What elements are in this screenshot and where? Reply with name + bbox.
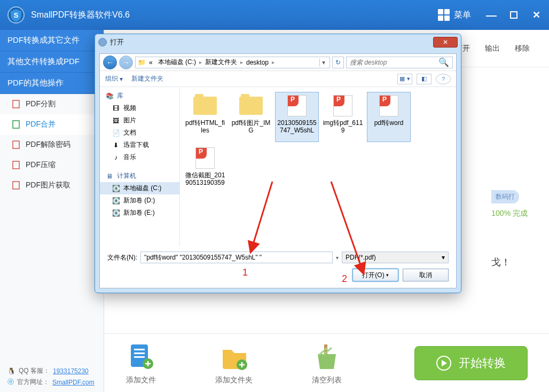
file-item[interactable]: pdf转HTML_files xyxy=(183,92,227,142)
file-name: 20130509155747_W5shL xyxy=(277,119,317,135)
svg-rect-3 xyxy=(13,100,19,108)
tree-video[interactable]: 🎞视频 xyxy=(100,102,179,114)
tree-drive-d[interactable]: 💽新加卷 (D:) xyxy=(100,194,179,207)
add-file-button[interactable]: 添加文件 xyxy=(126,341,156,385)
chevron-right-icon: ▸ xyxy=(272,59,274,65)
new-folder-button[interactable]: 新建文件夹 xyxy=(131,74,163,83)
add-file-label: 添加文件 xyxy=(126,375,156,385)
dialog-bottom: 文件名(N): ▾ PDF(*.pdf)▾ 打开(O)▾ 取消 xyxy=(100,246,456,288)
tree-library[interactable]: 📚库 xyxy=(100,90,179,102)
file-item[interactable]: 20130509155747_W5shL xyxy=(275,92,319,142)
site-link[interactable]: SmallPDF.com xyxy=(52,379,95,386)
file-item[interactable]: 微信截图_20190513190359 xyxy=(183,144,227,194)
status-area: 数码打 100% 完成 戈！ xyxy=(491,190,528,269)
sidebar-item-unlock[interactable]: PDF解除密码 xyxy=(0,135,104,155)
add-folder-button[interactable]: 添加文件夹 xyxy=(215,341,253,385)
breadcrumb-dropdown[interactable]: ▾ xyxy=(319,59,327,66)
site-label: 官方网址： xyxy=(17,378,49,387)
crumb-desktop[interactable]: desktop xyxy=(244,59,271,66)
toolbar-remove[interactable]: 移除 xyxy=(509,42,535,56)
svg-rect-2 xyxy=(511,12,517,18)
help-button[interactable]: ? xyxy=(436,74,451,84)
tree-xunlei[interactable]: ⬇迅雷下载 xyxy=(100,139,179,151)
sidebar-cat-convert-from[interactable]: 其他文件转换成PDF xyxy=(0,51,104,73)
refresh-button[interactable]: ↻ xyxy=(332,57,344,68)
menu-grid-icon xyxy=(438,9,450,21)
search-box[interactable]: 🔍 xyxy=(346,57,453,68)
dialog-title: 打开 xyxy=(110,37,433,47)
file-type-dropdown[interactable]: PDF(*.pdf)▾ xyxy=(342,252,449,263)
folder-icon xyxy=(238,95,264,117)
progress-done: 100% 完成 xyxy=(491,209,528,218)
status-chips: 数码打 xyxy=(491,190,528,203)
qq-link[interactable]: 1933175230 xyxy=(53,367,89,375)
download-icon: ⬇ xyxy=(112,142,120,149)
svg-rect-6 xyxy=(13,161,19,169)
svg-rect-4 xyxy=(13,121,19,128)
organize-button[interactable]: 组织▾ xyxy=(105,74,123,83)
qq-label: QQ 客服： xyxy=(19,366,50,375)
file-name: pdf转HTML_files xyxy=(185,119,225,135)
add-folder-label: 添加文件夹 xyxy=(215,375,253,385)
filename-label: 文件名(N): xyxy=(107,253,137,262)
chevron-down-icon: ▾ xyxy=(442,254,445,261)
dialog-open-button[interactable]: 打开(O)▾ xyxy=(352,269,398,281)
search-input[interactable] xyxy=(347,59,435,66)
tree-document[interactable]: 📄文档 xyxy=(100,127,179,139)
menu-button[interactable]: 菜单 xyxy=(434,7,475,23)
start-convert-button[interactable]: 开始转换 xyxy=(414,346,528,380)
file-open-dialog: 打开 ✕ ← → 📁 « 本地磁盘 (C:)▸ 新建文件夹▸ desktop▸ … xyxy=(95,34,461,293)
filename-dropdown[interactable]: ▾ xyxy=(336,255,339,261)
nav-back-button[interactable]: ← xyxy=(103,56,117,69)
pdf-unlock-icon xyxy=(12,140,20,150)
annotation-number-2: 2 xyxy=(342,273,347,285)
picture-icon: 🖼 xyxy=(112,117,120,124)
app-titlebar: S SmallPDF转换器软件V6.6 菜单 — ✕ xyxy=(0,0,549,30)
filename-input[interactable] xyxy=(140,252,333,263)
sidebar-item-label: PDF分割 xyxy=(26,99,56,109)
file-item[interactable]: pdf转图片_IMG xyxy=(229,92,273,142)
tree-drive-e[interactable]: 💽新加卷 (E:) xyxy=(100,207,179,219)
app-logo-icon: S xyxy=(6,5,26,25)
clear-list-icon xyxy=(311,341,342,372)
sidebar-cat-pdf-other[interactable]: PDF的其他操作 xyxy=(0,73,104,94)
pdf-icon xyxy=(284,95,310,117)
tree-drive-c[interactable]: 💽本地磁盘 (C:) xyxy=(100,182,179,194)
drive-icon: 💽 xyxy=(112,185,120,192)
crumb-c[interactable]: 本地磁盘 (C:) xyxy=(156,58,198,67)
toolbar-output[interactable]: 输出 xyxy=(480,42,505,56)
sidebar-cat-convert-to[interactable]: PDF转换成其它文件 xyxy=(0,30,104,51)
chevron-right-icon: ▸ xyxy=(199,59,202,65)
tree-music[interactable]: ♪音乐 xyxy=(100,151,179,163)
pdf-merge-icon xyxy=(12,120,20,129)
sidebar-item-split[interactable]: PDF分割 xyxy=(0,94,104,114)
bottom-action-row: 添加文件 添加文件夹 清空列表 开始转换 xyxy=(104,333,549,392)
tree-computer[interactable]: 🖥计算机 xyxy=(100,170,179,182)
tree-picture[interactable]: 🖼图片 xyxy=(100,114,179,127)
nav-forward-button[interactable]: → xyxy=(119,56,133,69)
sidebar-item-merge[interactable]: PDF合并 xyxy=(0,114,104,135)
svg-rect-10 xyxy=(134,352,145,354)
view-mode-button[interactable]: ▦ ▾ xyxy=(397,74,412,84)
minimize-button[interactable]: — xyxy=(485,9,498,21)
crumb-root[interactable]: « xyxy=(147,59,155,66)
maximize-button[interactable] xyxy=(507,9,520,21)
dialog-cancel-button[interactable]: 取消 xyxy=(403,269,449,281)
sidebar-item-extract-img[interactable]: PDF图片获取 xyxy=(0,175,104,195)
start-convert-label: 开始转换 xyxy=(459,355,506,371)
dialog-titlebar[interactable]: 打开 ✕ xyxy=(95,34,461,50)
computer-icon: 🖥 xyxy=(105,173,114,180)
dialog-close-button[interactable]: ✕ xyxy=(433,37,458,48)
clear-list-button[interactable]: 清空列表 xyxy=(311,341,342,385)
sidebar-item-compress[interactable]: PDF压缩 xyxy=(0,155,104,175)
sidebar-item-label: PDF压缩 xyxy=(26,160,56,170)
file-item[interactable]: img转pdf_6119 xyxy=(321,92,365,142)
dialog-nav-row: ← → 📁 « 本地磁盘 (C:)▸ 新建文件夹▸ desktop▸ ▾ ↻ 🔍 xyxy=(100,54,456,71)
preview-pane-button[interactable]: ◧ xyxy=(417,74,432,84)
file-item[interactable]: pdf转word xyxy=(367,92,411,142)
chevron-down-icon: ▾ xyxy=(386,272,389,278)
crumb-newfolder[interactable]: 新建文件夹 xyxy=(203,58,239,67)
close-app-button[interactable]: ✕ xyxy=(530,9,543,21)
breadcrumb[interactable]: 📁 « 本地磁盘 (C:)▸ 新建文件夹▸ desktop▸ ▾ xyxy=(135,57,330,68)
search-icon[interactable]: 🔍 xyxy=(435,57,452,67)
